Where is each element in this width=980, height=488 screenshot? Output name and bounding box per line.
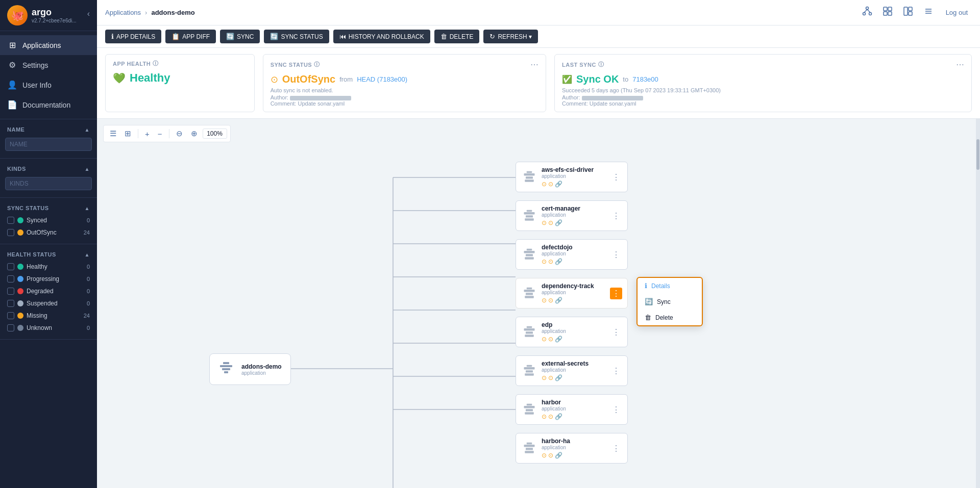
svg-rect-41 [524,290,535,292]
app-diff-button[interactable]: 📋 APP DIFF [165,30,216,43]
harbor-ha-link-icon[interactable]: 🔗 [555,452,562,459]
grid-view-button[interactable] [880,4,895,21]
history-rollback-button[interactable]: ⏮ HISTORY AND ROLLBACK [333,30,430,43]
sync-button[interactable]: 🔄 SYNC [220,30,260,43]
node-harbor[interactable]: harbor application ⊙ ⊙ 🔗 ⋮ [516,394,628,425]
node-menu-edp[interactable]: ⋮ [610,326,622,338]
degraded-checkbox[interactable] [7,288,14,295]
zoom-input[interactable] [203,129,227,139]
sync-from-label: from [339,75,353,83]
root-app-node[interactable]: addons-demo application [209,353,291,385]
sync-status-panel: SYNC STATUS ⓘ ⋯ ⊙ OutOfSync from HEAD (7… [263,54,546,112]
svg-rect-32 [527,171,532,173]
filter-row-missing: Missing 24 [0,310,97,322]
filter-row-progressing: Progressing 0 [0,273,97,285]
split-view-button[interactable] [901,4,915,21]
sidebar-item-documentation[interactable]: 📄 Documentation [0,95,97,115]
app-details-button[interactable]: ℹ APP DETAILS [105,30,161,43]
svg-rect-28 [223,362,229,364]
back-button[interactable]: ‹ [87,9,90,18]
canvas-zoom-in-button[interactable]: + [142,128,153,140]
list-view-button[interactable] [921,4,936,21]
node-menu-dependency-track[interactable]: ⋮ [610,288,622,299]
node-edp[interactable]: edp application ⊙ ⊙ 🔗 ⋮ [516,317,628,347]
node-external-secrets[interactable]: external-secrets application ⊙ ⊙ 🔗 ⋮ [516,355,628,386]
app-health-info-icon[interactable]: ⓘ [153,60,159,67]
synced-checkbox[interactable] [7,217,14,224]
node-icon-defectdojo [521,246,537,263]
suspended-checkbox[interactable] [7,300,14,307]
node-name-harbor: harbor [542,399,566,406]
sidebar-item-applications[interactable]: ⊞ Applications [0,35,97,55]
node-cert-manager[interactable]: cert-manager application ⊙ ⊙ 🔗 ⋮ [516,200,628,231]
synced-dot [17,217,23,223]
healthy-checkbox[interactable] [7,263,14,270]
cert-manager-link-icon[interactable]: 🔗 [555,219,562,226]
outofSync-checkbox[interactable] [7,229,14,236]
last-sync-menu[interactable]: ⋯ [956,60,964,69]
node-name-dependency-track: dependency-track [542,282,594,290]
refresh-label: REFRESH ▾ [498,33,532,40]
svg-rect-29 [524,173,535,175]
node-menu-harbor[interactable]: ⋮ [610,404,622,416]
name-chevron[interactable]: ▲ [85,127,90,133]
harbor-link-icon[interactable]: 🔗 [555,413,562,420]
health-chevron[interactable]: ▲ [85,252,90,258]
right-scrollbar[interactable] [976,119,980,488]
kinds-filter-input[interactable] [5,177,92,190]
unknown-checkbox[interactable] [7,324,14,331]
canvas-zoom-reset-button[interactable]: ⊕ [188,127,201,140]
sidebar-item-user-info[interactable]: 👤 User Info [0,75,97,95]
defectdojo-link-icon[interactable]: 🔗 [555,258,562,265]
node-menu-defectdojo[interactable]: ⋮ [610,249,622,261]
node-icon-harbor-ha [521,440,537,456]
node-menu-external-secrets[interactable]: ⋮ [610,365,622,377]
node-harbor-ha[interactable]: harbor-ha application ⊙ ⊙ 🔗 ⋮ [516,433,628,464]
name-filter-input[interactable] [5,138,92,151]
sync-status-button[interactable]: 🔄 SYNC STATUS [264,30,329,43]
node-kind-cert-manager: application [542,212,580,218]
status-panels: APP HEALTH ⓘ 💚 Healthy SYNC STATUS ⓘ ⋯ ⊙… [97,48,980,119]
last-sync-info-icon[interactable]: ⓘ [598,61,604,68]
context-menu-delete[interactable]: 🗑 Delete [638,310,702,325]
sync-head-link[interactable]: HEAD (7183e00) [357,75,407,83]
refresh-button[interactable]: ↻ REFRESH ▾ [483,30,538,43]
sidebar-item-settings[interactable]: ⚙ Settings [0,55,97,75]
node-kind-external-secrets: application [542,367,589,373]
svg-rect-7 [884,12,887,15]
sync-status-info-icon[interactable]: ⓘ [314,61,320,68]
ext-secrets-link-icon[interactable]: 🔗 [555,374,562,381]
sync-icon: 🔄 [226,33,234,40]
grid-view-canvas-button[interactable]: ⊞ [121,127,134,140]
progressing-checkbox[interactable] [7,275,14,282]
node-menu-cert-manager[interactable]: ⋮ [610,210,622,222]
app-details-icon: ℹ [111,33,114,40]
node-defectdojo[interactable]: defectdojo application ⊙ ⊙ 🔗 ⋮ [516,239,628,270]
node-menu-harbor-ha[interactable]: ⋮ [610,443,622,454]
kinds-chevron[interactable]: ▲ [85,166,90,172]
delete-button[interactable]: 🗑 DELETE [434,30,480,43]
last-sync-commit[interactable]: 7183e00 [632,75,658,83]
context-menu-sync[interactable]: 🔄 Sync [638,294,702,310]
missing-checkbox[interactable] [7,312,14,319]
last-sync-author-row: Author: [562,94,964,100]
list-view-canvas-button[interactable]: ☰ [107,127,119,140]
node-aws-efs-csi-driver[interactable]: aws-efs-csi-driver application ⊙ ⊙ 🔗 ⋮ [516,162,628,192]
dep-track-link-icon[interactable]: 🔗 [555,297,562,304]
node-menu-aws-efs[interactable]: ⋮ [610,171,622,183]
canvas-zoom-out-button[interactable]: − [155,128,165,140]
edp-link-icon[interactable]: 🔗 [555,336,562,343]
logout-button[interactable]: Log out [942,7,972,18]
sync-chevron[interactable]: ▲ [85,206,90,211]
tree-container[interactable]: addons-demo application aws-efs-csi [97,149,980,488]
sync-section-header: SYNC STATUS ▲ [0,203,97,214]
breadcrumb-applications[interactable]: Applications [105,9,141,16]
aws-efs-status-icon-1: ⊙ [542,181,547,188]
node-dependency-track[interactable]: dependency-track application ⊙ ⊙ 🔗 ⋮ [516,278,628,309]
node-kind-harbor: application [542,406,566,412]
context-menu-details[interactable]: ℹ Details [638,278,702,294]
aws-efs-link-icon[interactable]: 🔗 [555,181,562,188]
sync-status-menu[interactable]: ⋯ [530,60,538,69]
canvas-zoom-fit-button[interactable]: ⊖ [173,127,186,140]
tree-view-button[interactable] [860,4,874,21]
